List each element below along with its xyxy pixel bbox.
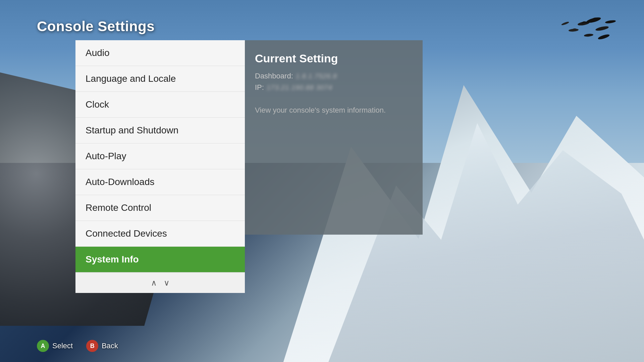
ip-label: IP: [255, 83, 264, 92]
menu-item-clock[interactable]: Clock [75, 92, 245, 118]
menu-item-connected-devices[interactable]: Connected Devices [75, 221, 245, 247]
btn-b-label: Back [102, 342, 118, 350]
btn-b-circle: B [86, 340, 98, 352]
scroll-up-icon[interactable]: ∧ [151, 278, 157, 288]
main-container: AudioLanguage and LocaleClockStartup and… [75, 40, 423, 235]
svg-point-6 [584, 34, 594, 37]
svg-point-3 [595, 25, 609, 32]
menu-item-language-locale[interactable]: Language and Locale [75, 66, 245, 92]
birds-decoration [483, 13, 617, 55]
menu-item-auto-downloads[interactable]: Auto-Downloads [75, 169, 245, 195]
detail-panel: Current Setting Dashboard: 1.8.1.7526.8 … [245, 40, 423, 235]
bottom-bar: A Select B Back [37, 340, 118, 352]
detail-title: Current Setting [255, 52, 413, 65]
dashboard-row: Dashboard: 1.8.1.7526.8 [255, 72, 413, 80]
menu-item-remote-control[interactable]: Remote Control [75, 195, 245, 221]
dashboard-label: Dashboard: [255, 72, 293, 80]
svg-point-7 [597, 34, 610, 41]
menu-list: AudioLanguage and LocaleClockStartup and… [75, 40, 245, 235]
page-title: Console Settings [37, 18, 155, 35]
svg-point-5 [561, 21, 570, 26]
menu-item-startup-shutdown[interactable]: Startup and Shutdown [75, 118, 245, 143]
scroll-indicator: ∧ ∨ [75, 273, 245, 293]
ip-row: IP: 173.21.190.88 3074 [255, 83, 413, 92]
menu-item-audio[interactable]: Audio [75, 40, 245, 66]
btn-a-label: Select [52, 342, 73, 350]
menu-item-auto-play[interactable]: Auto-Play [75, 143, 245, 169]
btn-a-circle: A [37, 340, 49, 352]
btn-a-button[interactable]: A Select [37, 340, 73, 352]
menu-item-system-info[interactable]: System Info [75, 247, 245, 273]
scroll-down-icon[interactable]: ∨ [164, 278, 170, 288]
detail-description: View your console's system information. [255, 105, 413, 116]
ip-value: 173.21.190.88 3074 [267, 84, 332, 92]
dashboard-value: 1.8.1.7526.8 [296, 72, 337, 80]
svg-point-4 [605, 20, 616, 24]
btn-b-button[interactable]: B Back [86, 340, 118, 352]
